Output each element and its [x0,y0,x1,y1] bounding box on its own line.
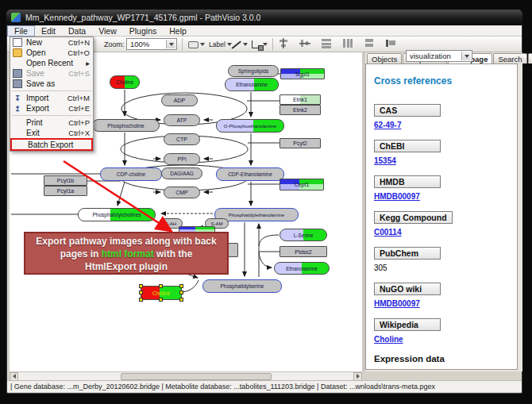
pathway-node-pcyt1a[interactable]: Pcyt1a [44,186,87,196]
group-icon[interactable] [385,38,396,48]
pathway-node-ppi[interactable]: PPi [164,153,200,165]
selection-handle[interactable] [159,298,163,302]
file-menu-item-save[interactable]: SaveCtrl+S [10,68,93,79]
xref-value-cas[interactable]: 62-49-7 [374,121,517,129]
xref-value-kegg-compound[interactable]: C00114 [374,228,517,237]
pathway-node-ethanolamine[interactable]: Ethanolamine [225,78,279,91]
file-menu-item-exit[interactable]: ExitCtrl+X [10,128,93,138]
visualization-combobox[interactable]: visualization [406,50,472,62]
xref-value-wikipedia[interactable]: Choline [374,335,517,344]
xref-header-chebi: ChEBI [374,140,441,152]
pathway-node-cept1[interactable]: Cept1 [279,179,324,190]
selection-handle[interactable] [179,290,183,294]
pathway-node-cdp-ethanolamine[interactable]: CDP-Ethanolamine [216,167,284,181]
annotation-line2-pre: pages in [60,248,99,260]
stack-icon[interactable] [364,38,375,48]
chevron-down-icon[interactable] [461,52,471,60]
xref-value-hmdb[interactable]: HMDB00097 [374,192,517,201]
file-menu-shortcut: Ctrl+E [68,104,90,113]
menu-separator [12,90,91,91]
tab-objects[interactable]: Objects [367,53,402,63]
pathway-node-sgpl1[interactable]: Sgpl1 [280,68,325,79]
pathway-node-atp[interactable]: ATP [164,114,200,126]
pathway-node-dag-aag[interactable]: DAG/AAG [161,167,202,179]
pathway-node-adp[interactable]: ADP [161,94,198,106]
pathway-node-cdp-choline[interactable]: CDP-choline [100,167,162,181]
menu-help[interactable]: Help [163,25,193,37]
distribute-vertical-icon[interactable] [342,38,353,48]
import-icon [13,94,22,102]
pathway-node-choline[interactable]: Choline [110,75,140,89]
xref-value-chebi[interactable]: 15354 [374,156,517,165]
pathway-node-sphingolipids[interactable]: Sphingolipids [228,65,279,77]
tab-legend[interactable]: Legend [528,53,532,63]
pathway-node-pcyt2[interactable]: Pcyt2 [279,138,321,148]
pathway-node-phosphatidylcholines[interactable]: Phosphatidylcholines [78,208,156,221]
file-menu-item-print[interactable]: PrintCtrl+P [10,117,93,128]
pathway-node-phosphatidylserine[interactable]: Phosphatidylserine [202,279,282,293]
selection-handle[interactable] [179,284,183,288]
annotation-line3: HtmlExport plugin [25,260,227,273]
menu-edit[interactable]: Edit [35,25,62,37]
pathway-node-l-serine[interactable]: L-Serine [279,229,327,241]
pathway-node-ethanolamine[interactable]: Ethanolamine [274,262,330,275]
menu-view[interactable]: View [92,25,123,37]
file-menu-item-save-as[interactable]: Save as [10,79,93,89]
horizontal-scrollbar[interactable] [10,371,362,380]
file-menu-label: Batch Export [28,140,88,149]
xref-header-nugo-wiki: NuGO wiki [374,283,441,295]
menu-bar: FileEditDataViewPluginsHelp [7,25,522,37]
chevron-down-icon[interactable] [166,40,175,48]
xref-header-hmdb: HMDB [374,175,441,188]
line-tool-button[interactable] [229,38,249,51]
pathway-node-o-phosphoethanolamine[interactable]: O-Phosphoethanolamine [216,119,284,133]
selection-handle[interactable] [179,298,183,302]
chevron-down-icon[interactable] [243,43,248,46]
menu-plugins[interactable]: Plugins [123,25,163,37]
file-menu-item-batch-export[interactable]: Batch Export [10,138,93,151]
scroll-right-icon[interactable] [353,372,362,381]
gene-tool-button[interactable] [187,38,206,51]
file-menu-item-new[interactable]: NewCtrl+N [10,37,93,48]
pathway-node-ptdss2[interactable]: Ptdss2 [279,246,327,257]
annotation-line2-post: with the [156,248,192,260]
menu-data[interactable]: Data [62,25,92,37]
side-panel: ObjectsPropertiesBackpageSearchLegend Cr… [365,52,522,371]
pathway-node-ctp[interactable]: CTP [164,133,200,145]
xref-value-pubchem: 305 [374,264,517,272]
zoom-combobox[interactable]: 100% [126,38,177,50]
align-center-icon[interactable] [278,38,289,48]
file-menu-item-export[interactable]: ExportCtrl+E [10,103,93,114]
save-as-icon [13,79,22,88]
selection-handle[interactable] [139,290,143,294]
pathway-node-pcyt1b[interactable]: Pcyt1b [44,175,87,186]
chevron-down-icon[interactable] [200,43,205,46]
xref-value-nugo-wiki[interactable]: HMDB00097 [374,299,517,308]
file-menu-shortcut: Ctrl+O [67,48,90,57]
file-menu-item-open[interactable]: OpenCtrl+O [10,48,93,58]
file-menu-item-open-recent[interactable]: Open Recent▸ [10,58,93,68]
status-bar: | Gene database: ...m_Derby_20120602.bri… [7,380,522,392]
file-menu-shortcut: Ctrl+P [68,118,90,127]
pathway-node-phosphocholine[interactable]: Phosphocholine [92,119,160,132]
selection-handle[interactable] [159,284,163,288]
selection-handle[interactable] [139,298,143,302]
distribute-horizontal-icon[interactable] [321,38,332,48]
file-menu-item-import[interactable]: ImportCtrl+M [10,93,93,103]
file-menu-shortcut: Ctrl+S [68,69,90,78]
selection-handle[interactable] [139,284,143,288]
pathway-node-choline[interactable]: Choline [141,286,182,300]
title-bar[interactable]: Mm_Kennedy_pathway_WP1771_45176.gpml - P… [6,10,522,25]
file-menu-shortcut: Ctrl+N [68,38,90,47]
pathway-node-etnk2[interactable]: Etnk2 [279,105,321,115]
connector-tool-button[interactable] [250,38,269,51]
scrollbar-thumb[interactable] [121,373,272,380]
scroll-left-icon[interactable] [10,372,18,381]
pathway-node-cmp[interactable]: CMP [164,187,200,198]
align-middle-icon[interactable] [299,38,310,48]
file-menu-shortcut: Ctrl+M [67,94,90,102]
tab-search[interactable]: Search [493,53,526,63]
pathway-node-etnk1[interactable]: Etnk1 [279,94,321,105]
file-menu-label: Import [26,94,67,102]
menu-file[interactable]: File [7,25,35,37]
